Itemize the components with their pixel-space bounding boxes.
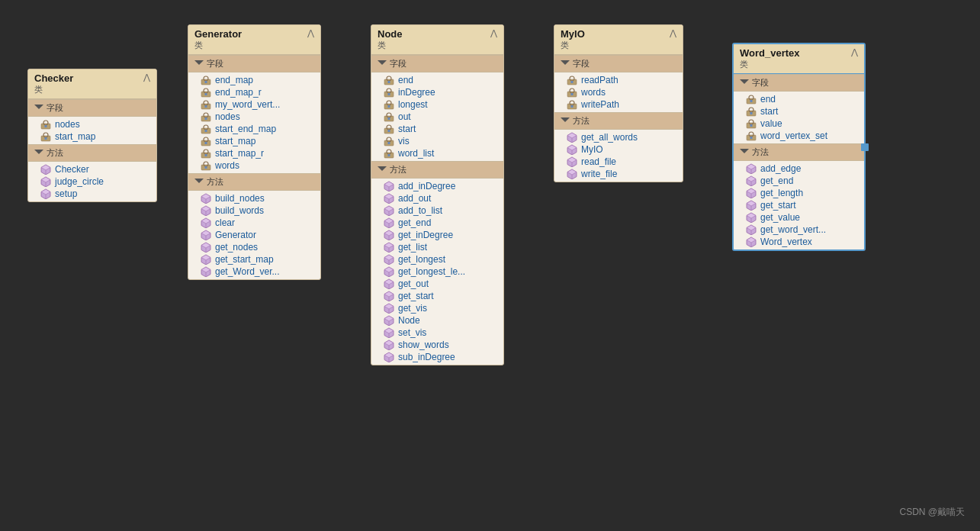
list-item[interactable]: end_map_r: [188, 86, 320, 98]
list-item[interactable]: inDegree: [371, 86, 503, 98]
list-item[interactable]: end: [734, 93, 864, 105]
svg-rect-155: [750, 124, 753, 127]
list-item[interactable]: get_vis: [371, 302, 503, 314]
method-icon: [201, 205, 211, 216]
expand-icon-word_vertex[interactable]: ⋀: [851, 47, 858, 57]
svg-rect-62: [388, 81, 390, 83]
field-icon: [201, 75, 211, 85]
card-title-generator: Generator: [194, 28, 242, 40]
section-header-node-1[interactable]: 方法: [371, 161, 503, 179]
list-item[interactable]: get_start: [371, 290, 503, 302]
list-item[interactable]: show_words: [371, 339, 503, 351]
list-item[interactable]: get_longest: [371, 253, 503, 266]
list-item[interactable]: get_inDegree: [371, 229, 503, 241]
section-header-checker-0[interactable]: 字段: [28, 99, 156, 117]
section-header-generator-0[interactable]: 字段: [188, 55, 320, 72]
list-item[interactable]: get_length: [734, 187, 864, 199]
list-item[interactable]: writePath: [554, 98, 683, 111]
list-item[interactable]: start_map: [28, 130, 156, 143]
section-header-generator-1[interactable]: 方法: [188, 173, 320, 191]
list-item[interactable]: word_list: [371, 147, 503, 159]
list-item[interactable]: readPath: [554, 74, 683, 86]
list-item[interactable]: end: [371, 74, 503, 86]
list-item[interactable]: get_out: [371, 278, 503, 290]
list-item[interactable]: start: [371, 123, 503, 135]
expand-icon-checker[interactable]: ⋀: [143, 72, 150, 82]
list-item[interactable]: add_inDegree: [371, 180, 503, 192]
list-item[interactable]: judge_circle: [28, 175, 156, 188]
section-header-word_vertex-0[interactable]: 字段: [734, 74, 864, 92]
list-item[interactable]: get_end: [371, 217, 503, 229]
list-item[interactable]: setup: [28, 188, 156, 200]
item-text: write_file: [581, 169, 617, 179]
list-item[interactable]: sub_inDegree: [371, 351, 503, 363]
list-item[interactable]: set_vis: [371, 327, 503, 339]
list-item[interactable]: value: [734, 117, 864, 130]
list-item[interactable]: read_file: [554, 156, 683, 168]
item-text: Checker: [55, 164, 89, 175]
list-item[interactable]: Word_vertex: [734, 236, 864, 248]
item-text: value: [760, 118, 782, 129]
list-item[interactable]: start_map: [188, 135, 320, 147]
list-item[interactable]: get_longest_le...: [371, 266, 503, 278]
section-label-node-1: 方法: [390, 164, 406, 175]
item-text: get_longest_le...: [398, 266, 465, 277]
list-item[interactable]: words: [554, 86, 683, 98]
list-item[interactable]: Node: [371, 314, 503, 327]
list-item[interactable]: add_to_list: [371, 204, 503, 217]
item-text: longest: [398, 99, 428, 110]
list-item[interactable]: get_start: [734, 199, 864, 211]
item-text: start_map_r: [215, 148, 264, 159]
list-item[interactable]: add_edge: [734, 163, 864, 175]
list-item[interactable]: end_map: [188, 74, 320, 86]
resize-handle[interactable]: [861, 143, 869, 151]
method-icon: [40, 176, 51, 187]
item-text: get_Word_ver...: [215, 266, 280, 277]
list-item[interactable]: words: [188, 159, 320, 172]
expand-icon-myio[interactable]: ⋀: [670, 28, 676, 38]
item-text: show_words: [398, 340, 449, 350]
card-checker[interactable]: Checker类⋀字段 nodes start_map方法 Checker ju…: [27, 69, 157, 202]
section-header-myio-0[interactable]: 字段: [554, 55, 683, 72]
expand-icon-node[interactable]: ⋀: [490, 28, 497, 38]
list-item[interactable]: write_file: [554, 168, 683, 180]
section-header-word_vertex-1[interactable]: 方法: [734, 143, 864, 161]
section-header-node-0[interactable]: 字段: [371, 55, 503, 72]
list-item[interactable]: start_map_r: [188, 147, 320, 159]
list-item[interactable]: start_end_map: [188, 123, 320, 135]
list-item[interactable]: longest: [371, 98, 503, 111]
list-item[interactable]: get_all_words: [554, 131, 683, 143]
list-item[interactable]: MyIO: [554, 143, 683, 156]
list-item[interactable]: out: [371, 111, 503, 123]
method-icon: [567, 132, 577, 143]
list-item[interactable]: get_word_vert...: [734, 224, 864, 236]
section-header-checker-1[interactable]: 方法: [28, 144, 156, 162]
card-word_vertex[interactable]: Word_vertex类⋀字段 end start value word_ver…: [732, 43, 866, 251]
list-item[interactable]: start: [734, 105, 864, 117]
list-item[interactable]: add_out: [371, 192, 503, 204]
list-item[interactable]: my_word_vert...: [188, 98, 320, 111]
list-item[interactable]: Generator: [188, 229, 320, 241]
list-item[interactable]: nodes: [28, 118, 156, 130]
list-item[interactable]: build_words: [188, 204, 320, 217]
section-header-myio-1[interactable]: 方法: [554, 112, 683, 130]
card-myio[interactable]: MyIO类⋀字段 readPath words writePath方法 get_…: [554, 24, 683, 182]
list-item[interactable]: vis: [371, 135, 503, 147]
section-label-myio-1: 方法: [573, 115, 590, 127]
item-text: MyIO: [581, 144, 603, 155]
list-item[interactable]: get_value: [734, 211, 864, 224]
list-item[interactable]: get_start_map: [188, 253, 320, 266]
list-item[interactable]: get_nodes: [188, 241, 320, 253]
list-item[interactable]: build_nodes: [188, 192, 320, 204]
list-item[interactable]: get_end: [734, 175, 864, 187]
card-generator[interactable]: Generator类⋀字段 end_map end_map_r my_word_…: [188, 24, 321, 280]
list-item[interactable]: Checker: [28, 163, 156, 175]
card-node[interactable]: Node类⋀字段 end inDegree longest out start …: [371, 24, 504, 365]
list-item[interactable]: get_Word_ver...: [188, 266, 320, 278]
list-item[interactable]: nodes: [188, 111, 320, 123]
expand-icon-generator[interactable]: ⋀: [307, 28, 314, 38]
list-item[interactable]: get_list: [371, 241, 503, 253]
list-item[interactable]: word_vertex_set: [734, 130, 864, 142]
list-item[interactable]: clear: [188, 217, 320, 229]
svg-rect-134: [571, 105, 574, 108]
